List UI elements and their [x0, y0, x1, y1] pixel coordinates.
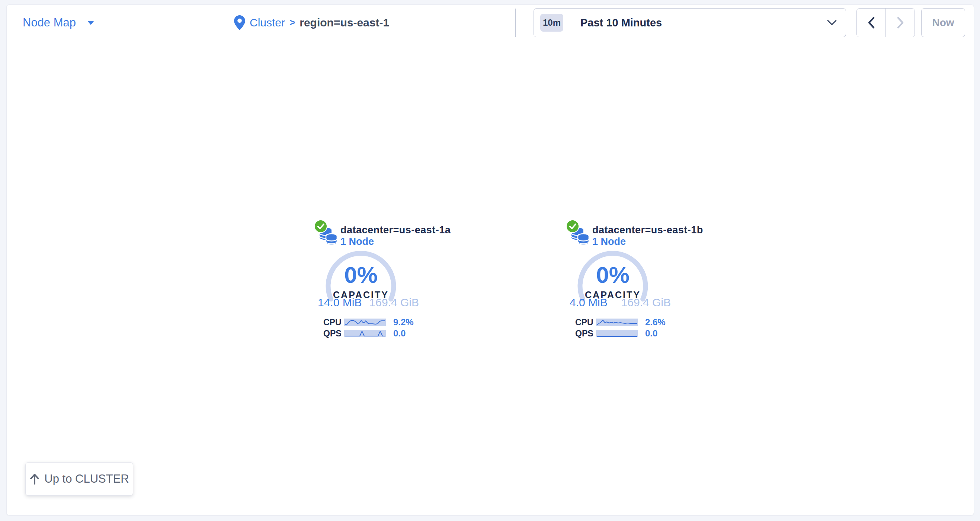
datacenter-title: datacenter=us-east-1a	[340, 225, 497, 236]
header-bar: Node Map Cluster > region=us-east-1 10m …	[7, 5, 974, 40]
metric-value: 0.0	[645, 328, 657, 339]
time-range-selector[interactable]: 10m Past 10 Minutes	[533, 8, 846, 37]
up-to-cluster-label: Up to CLUSTER	[44, 472, 129, 486]
time-range-badge: 10m	[540, 14, 563, 32]
metric-value: 0.0	[393, 328, 406, 339]
qps-sparkline	[344, 330, 386, 337]
datacenter-title: datacenter=us-east-1b	[592, 225, 749, 236]
metric-label: QPS	[575, 328, 593, 339]
datacenter-card[interactable]: datacenter=us-east-1b 1 Node 0% CAPACITY…	[566, 220, 678, 343]
qps-metric-row: QPS 0.0	[314, 328, 426, 338]
capacity-percent: 0%	[576, 263, 649, 287]
breadcrumb-current: region=us-east-1	[299, 16, 389, 29]
chevron-right-icon	[896, 16, 905, 29]
metric-value: 9.2%	[393, 317, 414, 328]
capacity-values: 14.0 MiB 169.4 GiB	[318, 296, 419, 309]
breadcrumb-separator: >	[290, 17, 295, 28]
capacity-values: 4.0 MiB 169.4 GiB	[570, 296, 671, 309]
capacity-used: 14.0 MiB	[318, 296, 362, 309]
datacenter-card[interactable]: datacenter=us-east-1a 1 Node 0% CAPACITY…	[314, 220, 426, 343]
capacity-total: 169.4 GiB	[369, 296, 419, 309]
now-button[interactable]: Now	[921, 8, 965, 37]
cpu-sparkline	[344, 319, 386, 326]
view-selector-dropdown[interactable]: Node Map	[23, 5, 94, 40]
time-range-label: Past 10 Minutes	[581, 17, 662, 29]
time-forward-button[interactable]	[886, 8, 915, 37]
metric-label: QPS	[323, 328, 341, 339]
capacity-total: 169.4 GiB	[621, 296, 671, 309]
qps-sparkline	[596, 330, 638, 337]
chevron-left-icon	[867, 16, 876, 29]
chevron-down-icon	[87, 20, 94, 25]
qps-metric-row: QPS 0.0	[566, 328, 678, 338]
healthy-check-icon	[566, 220, 579, 233]
location-pin-icon	[234, 15, 245, 30]
metric-value: 2.6%	[645, 317, 666, 328]
main-panel: Node Map Cluster > region=us-east-1 10m …	[6, 5, 974, 515]
breadcrumb-cluster-link[interactable]: Cluster	[250, 16, 285, 29]
cpu-sparkline	[596, 319, 638, 326]
datacenter-node-count: 1 Node	[592, 236, 626, 247]
capacity-used: 4.0 MiB	[570, 296, 608, 309]
time-step-buttons	[856, 8, 915, 37]
node-map-canvas: datacenter=us-east-1a 1 Node 0% CAPACITY…	[7, 41, 974, 515]
cpu-metric-row: CPU 2.6%	[566, 317, 678, 327]
metric-label: CPU	[575, 317, 593, 328]
datacenter-node-count: 1 Node	[340, 236, 374, 247]
up-to-cluster-button[interactable]: Up to CLUSTER	[25, 462, 133, 496]
up-arrow-icon	[29, 473, 40, 484]
cpu-metric-row: CPU 9.2%	[314, 317, 426, 327]
chevron-down-icon	[827, 20, 837, 25]
breadcrumb: Cluster > region=us-east-1	[234, 5, 389, 40]
healthy-check-icon	[314, 220, 328, 233]
time-back-button[interactable]	[857, 8, 886, 37]
capacity-percent: 0%	[325, 263, 397, 287]
metric-label: CPU	[323, 317, 341, 328]
view-selector-label: Node Map	[23, 16, 76, 29]
